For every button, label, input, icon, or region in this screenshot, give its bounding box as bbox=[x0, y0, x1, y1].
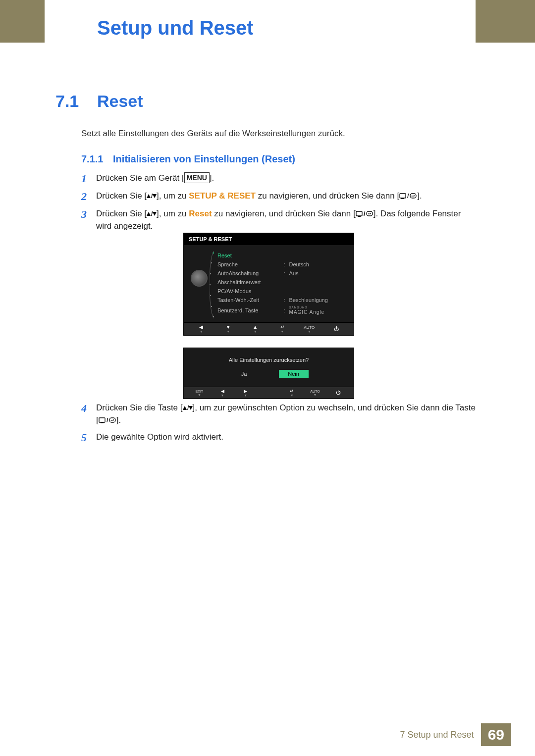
footer-text: 7 Setup und Reset bbox=[400, 730, 474, 740]
subsection-number: 7.1.1 bbox=[81, 153, 103, 164]
step-2-number: 2 bbox=[81, 190, 96, 203]
section-heading: 7.1 Reset bbox=[55, 92, 143, 111]
svg-marker-25 bbox=[189, 406, 193, 410]
svg-point-21 bbox=[211, 306, 212, 307]
svg-text:/: / bbox=[107, 417, 108, 424]
osd-title: SETUP & RESET bbox=[184, 233, 354, 245]
subsection-heading: 7.1.1 Initialisieren von Einstellungen (… bbox=[81, 153, 295, 165]
osd-menu-table: Reset Sprache:Deutsch AutoAbschaltung:Au… bbox=[215, 251, 348, 316]
svg-rect-27 bbox=[101, 422, 104, 423]
step-5-text: Die gewählte Option wird aktiviert. bbox=[96, 431, 223, 444]
steps-list-top: 1 Drücken Sie am Gerät [MENU]. 2 Drücken… bbox=[81, 172, 478, 237]
source-enter-icon: / bbox=[356, 209, 374, 218]
osd-row-abschalttimerwert: Abschalttimerwert bbox=[215, 278, 348, 287]
svg-marker-10 bbox=[153, 212, 157, 216]
left-icon: ◀ bbox=[221, 389, 224, 394]
step-1-text: Drücken Sie am Gerät [MENU]. bbox=[96, 172, 214, 185]
exit-label: EXIT bbox=[196, 390, 204, 393]
source-enter-icon: / bbox=[99, 415, 116, 425]
down-icon: ▼ bbox=[226, 325, 231, 330]
setup-reset-keyword: SETUP & RESET bbox=[189, 191, 256, 201]
svg-text:/: / bbox=[151, 193, 153, 199]
power-icon: ⏻ bbox=[334, 327, 339, 332]
svg-marker-2 bbox=[153, 194, 157, 198]
svg-point-19 bbox=[210, 284, 211, 285]
svg-rect-3 bbox=[400, 194, 406, 198]
step-4-number: 4 bbox=[81, 402, 96, 426]
svg-point-20 bbox=[210, 295, 211, 296]
up-down-icon: / bbox=[147, 193, 157, 199]
svg-text:/: / bbox=[151, 211, 153, 217]
svg-marker-7 bbox=[411, 196, 412, 197]
svg-point-18 bbox=[210, 273, 211, 274]
osd-row-sprache: Sprache:Deutsch bbox=[215, 260, 348, 269]
osd-setup-reset-menu: SETUP & RESET Reset Sprache:Deutsch Auto… bbox=[183, 233, 354, 336]
svg-text:/: / bbox=[407, 193, 409, 200]
enter-icon: ↵ bbox=[290, 389, 294, 394]
osd-screenshots: SETUP & RESET Reset Sprache:Deutsch Auto… bbox=[183, 233, 354, 399]
osd-yes-button: Ja bbox=[229, 370, 259, 378]
osd-no-button: Nein bbox=[279, 370, 309, 378]
svg-marker-15 bbox=[368, 213, 369, 214]
step-3-number: 3 bbox=[81, 208, 96, 232]
svg-marker-30 bbox=[110, 420, 111, 421]
svg-rect-4 bbox=[401, 198, 404, 199]
step-4-text: Drücken Sie die Taste [/], um zur gewüns… bbox=[96, 402, 478, 426]
svg-rect-12 bbox=[358, 216, 361, 217]
svg-marker-23 bbox=[183, 406, 187, 410]
osd-row-tastenwdh: Tasten-Wdh.-Zeit:Beschleunigung bbox=[215, 296, 348, 304]
svg-marker-0 bbox=[147, 194, 151, 198]
step-3-text: Drücken Sie [/], um zu Reset zu navigier… bbox=[96, 208, 478, 232]
source-enter-icon: / bbox=[399, 191, 417, 201]
left-icon: ◀ bbox=[199, 325, 203, 330]
step-1-number: 1 bbox=[81, 172, 96, 185]
svg-point-17 bbox=[211, 262, 212, 263]
step-5-number: 5 bbox=[81, 431, 96, 444]
svg-rect-26 bbox=[99, 418, 105, 422]
section-title: Reset bbox=[97, 92, 143, 111]
step-3: 3 Drücken Sie [/], um zu Reset zu navigi… bbox=[81, 208, 478, 232]
svg-text:/: / bbox=[187, 405, 189, 411]
subsection-title: Initialisieren von Einstellungen (Reset) bbox=[113, 153, 295, 164]
osd-row-benutzerd: Benutzerd. Taste:SAMSUNGMAGIC Angle bbox=[215, 304, 348, 316]
menu-button-label: MENU bbox=[184, 172, 210, 183]
svg-rect-11 bbox=[356, 211, 362, 216]
page-number: 69 bbox=[481, 723, 511, 746]
auto-label: AUTO bbox=[304, 325, 315, 330]
osd-confirm-message: Alle Einstellungen zurücksetzen? bbox=[189, 357, 349, 363]
page-footer: 7 Setup und Reset 69 bbox=[400, 723, 511, 746]
power-icon: ⏻ bbox=[336, 391, 340, 395]
up-down-icon: / bbox=[147, 211, 157, 217]
step-1: 1 Drücken Sie am Gerät [MENU]. bbox=[81, 172, 478, 185]
auto-label: AUTO bbox=[310, 390, 320, 393]
svg-point-22 bbox=[213, 316, 214, 317]
right-icon: ▶ bbox=[244, 389, 247, 394]
steps-list-bottom: 4 Drücken Sie die Taste [/], um zur gewü… bbox=[81, 402, 478, 449]
osd-confirm-dialog: Alle Einstellungen zurücksetzen? Ja Nein… bbox=[183, 348, 354, 399]
osd-bottom-bar: ◀▼ ▼▼ ▲▼ ↵▼ AUTO▼ ⏻ bbox=[184, 322, 354, 335]
osd-row-autoabschaltung: AutoAbschaltung:Aus bbox=[215, 269, 348, 278]
reset-keyword: Reset bbox=[189, 209, 212, 218]
osd-row-reset: Reset bbox=[215, 251, 348, 260]
svg-text:/: / bbox=[364, 210, 366, 217]
osd-curve-icon bbox=[210, 250, 214, 319]
step-5: 5 Die gewählte Option wird aktiviert. bbox=[81, 431, 478, 444]
header-band bbox=[0, 0, 535, 43]
step-2-text: Drücken Sie [/], um zu SETUP & RESET zu … bbox=[96, 190, 422, 203]
svg-point-16 bbox=[213, 252, 214, 253]
section-number: 7.1 bbox=[55, 92, 97, 111]
osd-confirm-bottom-bar: EXIT▼ ◀▼ ▶▼ ↵▼ AUTO▼ ⏻ bbox=[184, 387, 354, 399]
chapter-title: Setup und Reset bbox=[97, 17, 254, 39]
enter-icon: ↵ bbox=[280, 325, 284, 330]
osd-dial-icon bbox=[191, 270, 208, 287]
osd-row-pcav: PC/AV-Modus bbox=[215, 287, 348, 296]
step-4: 4 Drücken Sie die Taste [/], um zur gewü… bbox=[81, 402, 478, 426]
svg-marker-8 bbox=[147, 212, 151, 216]
up-down-icon: / bbox=[183, 405, 193, 411]
up-icon: ▲ bbox=[253, 325, 258, 330]
step-2: 2 Drücken Sie [/], um zu SETUP & RESET z… bbox=[81, 190, 478, 203]
intro-paragraph: Setzt alle Einstellungen des Geräts auf … bbox=[81, 129, 345, 139]
